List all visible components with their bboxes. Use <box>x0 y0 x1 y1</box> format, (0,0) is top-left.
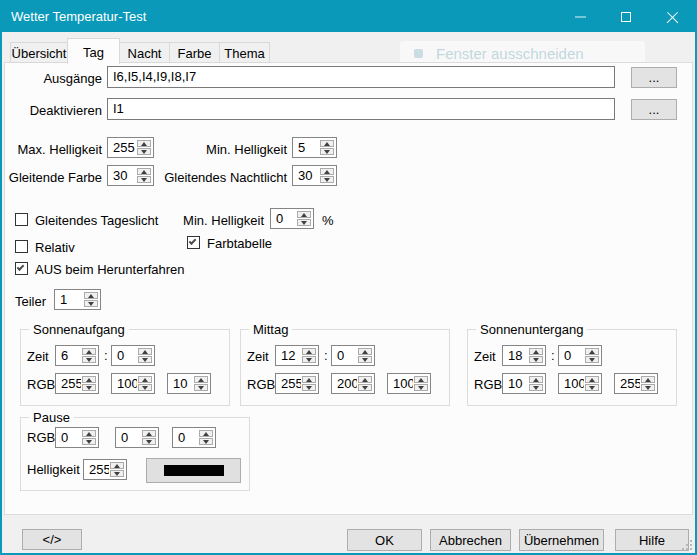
spin-down-button[interactable] <box>194 384 208 391</box>
aus-beim-herunterfahren-checkbox[interactable] <box>15 262 28 275</box>
spin-up-button[interactable] <box>297 211 311 218</box>
spin-up-button[interactable] <box>358 376 372 383</box>
spin-down-button[interactable] <box>585 384 599 391</box>
sonnenuntergang-b-spinbox[interactable]: 255 <box>614 373 658 394</box>
gleitendes-nachtlicht-spinbox[interactable]: 30 <box>292 165 337 186</box>
spin-down-button[interactable] <box>110 470 124 477</box>
spin-up-button[interactable] <box>358 348 372 355</box>
spin-up-button[interactable] <box>137 140 151 147</box>
ausgaenge-input[interactable]: I6,I5,I4,I9,I8,I7 <box>107 66 615 88</box>
min-helligkeit-pct-spinbox[interactable]: 0 <box>270 208 314 229</box>
relativ-checkbox[interactable] <box>15 240 28 253</box>
spin-up-button[interactable] <box>414 376 428 383</box>
deaktivieren-browse-button[interactable]: ... <box>631 99 677 120</box>
pause-g-spinbox[interactable]: 0 <box>115 427 159 448</box>
tab-uebersicht[interactable]: Übersicht <box>10 42 68 63</box>
spin-up-button[interactable] <box>302 348 316 355</box>
spin-up-button[interactable] <box>320 168 334 175</box>
spin-up-button[interactable] <box>302 376 316 383</box>
tab-tag[interactable]: Tag <box>67 38 120 64</box>
mittag-hour-spinbox[interactable]: 12 <box>275 345 319 366</box>
spin-up-button[interactable] <box>529 348 543 355</box>
spin-down-button[interactable] <box>82 384 96 391</box>
mittag-g-spinbox[interactable]: 200 <box>331 373 375 394</box>
spinner <box>193 375 209 392</box>
sonnenuntergang-g-spinbox[interactable]: 100 <box>558 373 602 394</box>
spin-up-button[interactable] <box>585 376 599 383</box>
mittag-minute-spinbox[interactable]: 0 <box>331 345 375 366</box>
sonnenaufgang-minute-spinbox[interactable]: 0 <box>111 345 155 366</box>
spin-up-button[interactable] <box>84 292 98 299</box>
pause-b-spinbox[interactable]: 0 <box>172 427 216 448</box>
sonnenuntergang-hour-spinbox[interactable]: 18 <box>502 345 546 366</box>
spin-down-button[interactable] <box>302 384 316 391</box>
spin-down-button[interactable] <box>414 384 428 391</box>
apply-button[interactable]: Übernehmen <box>519 529 604 551</box>
spin-up-button[interactable] <box>82 430 96 437</box>
teiler-spinbox[interactable]: 1 <box>54 289 101 310</box>
sonnenuntergang-r-spinbox[interactable]: 10 <box>502 373 546 394</box>
spin-up-button[interactable] <box>138 348 152 355</box>
spin-down-button[interactable] <box>302 356 316 363</box>
sonnenuntergang-minute-spinbox[interactable]: 0 <box>558 345 602 366</box>
spin-down-button[interactable] <box>641 384 655 391</box>
spin-up-button[interactable] <box>142 430 156 437</box>
sonnenaufgang-hour-spinbox[interactable]: 6 <box>55 345 99 366</box>
min-helligkeit-spinbox[interactable]: 5 <box>292 137 337 158</box>
spin-down-button[interactable] <box>320 176 334 183</box>
spin-up-button[interactable] <box>199 430 213 437</box>
spin-down-button[interactable] <box>320 148 334 155</box>
close-button[interactable] <box>649 2 695 32</box>
spin-down-button[interactable] <box>358 384 372 391</box>
gleitendes-tageslicht-checkbox[interactable] <box>15 213 28 226</box>
spin-down-button[interactable] <box>82 438 96 445</box>
pause-helligkeit-spinbox[interactable]: 255 <box>83 459 127 480</box>
sonnenaufgang-g-spinbox[interactable]: 100 <box>111 373 155 394</box>
spin-down-button[interactable] <box>84 300 98 307</box>
spin-down-button[interactable] <box>137 148 151 155</box>
cancel-button[interactable]: Abbrechen <box>430 529 511 551</box>
spin-down-button[interactable] <box>138 356 152 363</box>
tab-thema[interactable]: Thema <box>219 42 270 63</box>
spin-up-button[interactable] <box>585 348 599 355</box>
spin-up-button[interactable] <box>82 376 96 383</box>
ok-button[interactable]: OK <box>347 529 422 551</box>
spinner <box>528 347 544 364</box>
spin-up-button[interactable] <box>194 376 208 383</box>
farbtabelle-checkbox[interactable] <box>187 236 200 249</box>
spin-up-button[interactable] <box>110 462 124 469</box>
spin-down-button[interactable] <box>142 438 156 445</box>
spin-up-button[interactable] <box>641 376 655 383</box>
sonnenaufgang-r-spinbox[interactable]: 255 <box>55 373 99 394</box>
tab-farbe[interactable]: Farbe <box>169 42 220 63</box>
spin-down-button[interactable] <box>585 356 599 363</box>
spin-down-button[interactable] <box>358 356 372 363</box>
max-helligkeit-spinbox[interactable]: 255 <box>107 137 154 158</box>
pause-r-spinbox[interactable]: 0 <box>55 427 99 448</box>
deaktivieren-input[interactable]: I1 <box>107 98 615 120</box>
spin-down-button[interactable] <box>529 384 543 391</box>
ausgaenge-browse-button[interactable]: ... <box>631 67 677 88</box>
spin-up-button[interactable] <box>82 348 96 355</box>
resize-grip[interactable] <box>682 540 692 550</box>
spin-down-button[interactable] <box>138 384 152 391</box>
check-icon <box>189 237 197 245</box>
spin-up-button[interactable] <box>320 140 334 147</box>
spin-down-button[interactable] <box>297 219 311 226</box>
maximize-button[interactable] <box>603 2 649 32</box>
spin-down-button[interactable] <box>82 356 96 363</box>
spin-down-button[interactable] <box>199 438 213 445</box>
spin-up-button[interactable] <box>138 376 152 383</box>
arrow-down-icon <box>198 386 204 390</box>
tab-nacht[interactable]: Nacht <box>119 42 170 63</box>
minimize-button[interactable] <box>557 2 603 32</box>
help-button[interactable]: Hilfe <box>615 529 689 551</box>
spin-value: 5 <box>298 140 305 155</box>
spin-down-button[interactable] <box>529 356 543 363</box>
mittag-b-spinbox[interactable]: 100 <box>387 373 431 394</box>
pause-color-preview-button[interactable] <box>146 458 241 483</box>
code-view-button[interactable]: </> <box>22 529 82 550</box>
spin-up-button[interactable] <box>529 376 543 383</box>
mittag-r-spinbox[interactable]: 255 <box>275 373 319 394</box>
sonnenaufgang-b-spinbox[interactable]: 10 <box>167 373 211 394</box>
